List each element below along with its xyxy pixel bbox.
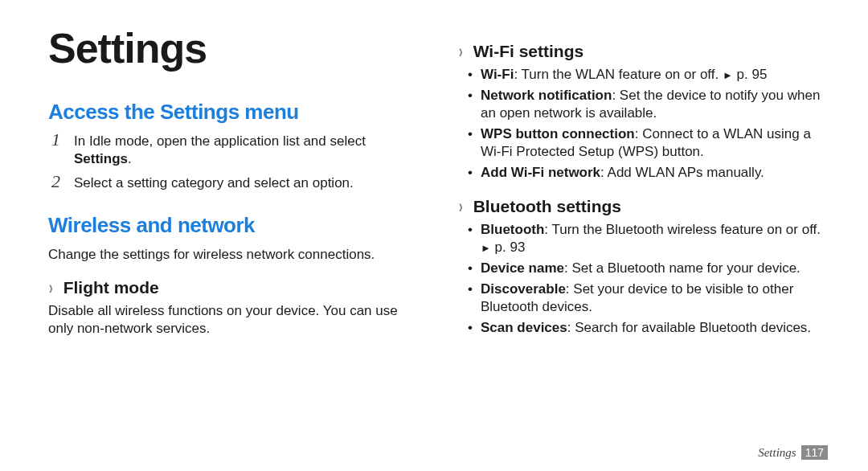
step-text-pre: In Idle mode, open the application list … — [74, 133, 366, 149]
footer-label: Settings — [758, 446, 796, 460]
subhead-title: Wi-Fi settings — [473, 42, 583, 61]
item-pageref: p. 95 — [733, 67, 768, 82]
item-rest: : Turn the Bluetooth wireless feature on… — [544, 222, 821, 237]
step-number: 2 — [51, 173, 63, 190]
flight-body: Disable all wireless functions on your d… — [48, 302, 418, 338]
step-text: In Idle mode, open the application list … — [74, 133, 418, 168]
list-item: Scan devices: Search for available Bluet… — [468, 319, 828, 337]
list-item: Add Wi-Fi network: Add WLAN APs manually… — [468, 164, 828, 182]
step-number: 1 — [51, 131, 63, 149]
item-bold: Device name — [481, 260, 564, 276]
page-title: Settings — [48, 24, 418, 72]
step-text-post: . — [128, 151, 132, 166]
left-column: Settings Access the Settings menu 1 In I… — [48, 24, 418, 345]
list-item: Bluetooth: Turn the Bluetooth wireless f… — [468, 221, 828, 256]
item-bold: WPS button connection — [481, 126, 635, 141]
wifi-list: Wi-Fi: Turn the WLAN feature on or off. … — [468, 66, 828, 182]
list-item: WPS button connection: Connect to a WLAN… — [468, 125, 828, 161]
item-bold: Discoverable — [481, 281, 566, 297]
item-bold: Scan devices — [481, 320, 567, 335]
bluetooth-list: Bluetooth: Turn the Bluetooth wireless f… — [468, 221, 828, 338]
page-footer: Settings 117 — [758, 445, 828, 460]
item-pageref: p. 93 — [491, 240, 526, 255]
steps-list: 1 In Idle mode, open the application lis… — [51, 133, 418, 192]
subhead-wifi-settings: › Wi-Fi settings — [458, 42, 828, 61]
subhead-flight-mode: › Flight mode — [48, 278, 418, 297]
item-rest: : Turn the WLAN feature on or off. — [514, 67, 723, 82]
heading-wireless-network: Wireless and network — [48, 213, 418, 238]
right-column: › Wi-Fi settings Wi-Fi: Turn the WLAN fe… — [458, 24, 828, 345]
subhead-title: Bluetooth settings — [473, 197, 621, 216]
chevron-icon: › — [459, 197, 463, 216]
step-text-pre: Select a setting category and select an … — [74, 175, 354, 190]
item-bold: Add Wi-Fi network — [481, 165, 600, 180]
step-1: 1 In Idle mode, open the application lis… — [51, 133, 418, 168]
list-item: Discoverable: Set your device to be visi… — [468, 281, 828, 316]
list-item: Device name: Set a Bluetooth name for yo… — [468, 260, 828, 277]
subhead-title: Flight mode — [63, 278, 159, 297]
step-2: 2 Select a setting category and select a… — [51, 174, 418, 192]
wireless-body: Change the settings for wireless network… — [48, 246, 418, 264]
item-bold: Bluetooth — [481, 222, 544, 237]
heading-access-settings: Access the Settings menu — [48, 100, 418, 125]
step-text-bold: Settings — [74, 151, 128, 166]
chevron-icon: › — [459, 42, 463, 61]
triangle-icon: ► — [481, 242, 491, 254]
item-rest: : Set a Bluetooth name for your device. — [564, 260, 800, 276]
step-text: Select a setting category and select an … — [74, 174, 354, 192]
list-item: Network notification: Set the device to … — [468, 87, 828, 122]
subhead-bluetooth-settings: › Bluetooth settings — [458, 197, 828, 216]
item-rest: : Add WLAN APs manually. — [600, 165, 764, 180]
item-rest: : Search for available Bluetooth devices… — [567, 320, 811, 335]
item-bold: Wi-Fi — [481, 67, 514, 82]
item-bold: Network notification — [481, 88, 612, 103]
chevron-icon: › — [49, 278, 53, 297]
triangle-icon: ► — [723, 69, 733, 81]
list-item: Wi-Fi: Turn the WLAN feature on or off. … — [468, 66, 828, 84]
page-number: 117 — [801, 445, 828, 460]
